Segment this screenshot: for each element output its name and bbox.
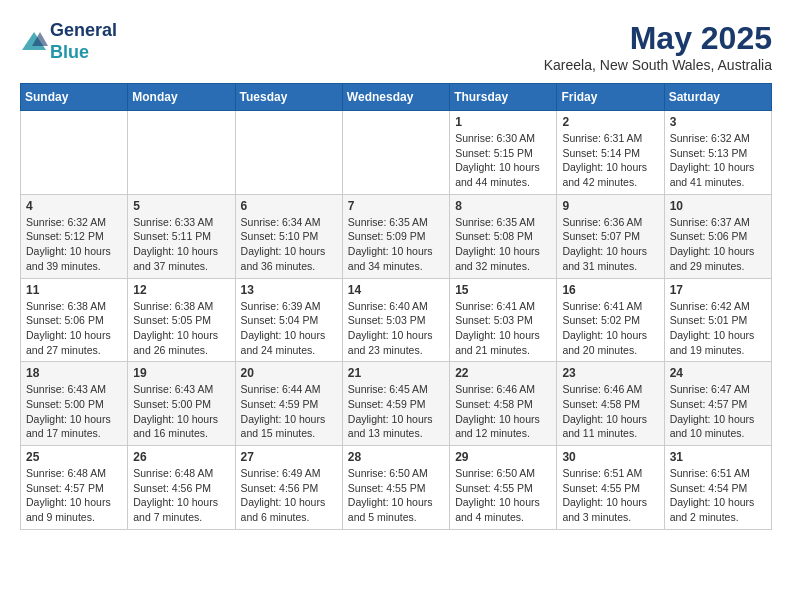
calendar-cell: 12Sunrise: 6:38 AMSunset: 5:05 PMDayligh… <box>128 278 235 362</box>
day-info: Sunrise: 6:30 AMSunset: 5:15 PMDaylight:… <box>455 131 551 190</box>
calendar-cell: 9Sunrise: 6:36 AMSunset: 5:07 PMDaylight… <box>557 194 664 278</box>
calendar-cell: 11Sunrise: 6:38 AMSunset: 5:06 PMDayligh… <box>21 278 128 362</box>
day-number: 16 <box>562 283 658 297</box>
day-info: Sunrise: 6:48 AMSunset: 4:56 PMDaylight:… <box>133 466 229 525</box>
day-number: 8 <box>455 199 551 213</box>
day-number: 20 <box>241 366 337 380</box>
calendar-cell: 4Sunrise: 6:32 AMSunset: 5:12 PMDaylight… <box>21 194 128 278</box>
calendar-cell: 15Sunrise: 6:41 AMSunset: 5:03 PMDayligh… <box>450 278 557 362</box>
day-info: Sunrise: 6:50 AMSunset: 4:55 PMDaylight:… <box>348 466 444 525</box>
calendar-week-2: 4Sunrise: 6:32 AMSunset: 5:12 PMDaylight… <box>21 194 772 278</box>
calendar-cell: 10Sunrise: 6:37 AMSunset: 5:06 PMDayligh… <box>664 194 771 278</box>
calendar-cell: 31Sunrise: 6:51 AMSunset: 4:54 PMDayligh… <box>664 446 771 530</box>
day-info: Sunrise: 6:47 AMSunset: 4:57 PMDaylight:… <box>670 382 766 441</box>
day-number: 26 <box>133 450 229 464</box>
calendar-cell: 27Sunrise: 6:49 AMSunset: 4:56 PMDayligh… <box>235 446 342 530</box>
day-info: Sunrise: 6:45 AMSunset: 4:59 PMDaylight:… <box>348 382 444 441</box>
day-info: Sunrise: 6:49 AMSunset: 4:56 PMDaylight:… <box>241 466 337 525</box>
calendar-cell: 30Sunrise: 6:51 AMSunset: 4:55 PMDayligh… <box>557 446 664 530</box>
calendar-week-1: 1Sunrise: 6:30 AMSunset: 5:15 PMDaylight… <box>21 111 772 195</box>
logo-line1: General <box>50 20 117 42</box>
day-info: Sunrise: 6:32 AMSunset: 5:13 PMDaylight:… <box>670 131 766 190</box>
logo-line2: Blue <box>50 42 117 64</box>
day-number: 11 <box>26 283 122 297</box>
day-number: 27 <box>241 450 337 464</box>
day-info: Sunrise: 6:31 AMSunset: 5:14 PMDaylight:… <box>562 131 658 190</box>
day-number: 19 <box>133 366 229 380</box>
day-number: 13 <box>241 283 337 297</box>
calendar-cell: 25Sunrise: 6:48 AMSunset: 4:57 PMDayligh… <box>21 446 128 530</box>
day-info: Sunrise: 6:43 AMSunset: 5:00 PMDaylight:… <box>26 382 122 441</box>
day-info: Sunrise: 6:35 AMSunset: 5:08 PMDaylight:… <box>455 215 551 274</box>
calendar-cell: 18Sunrise: 6:43 AMSunset: 5:00 PMDayligh… <box>21 362 128 446</box>
day-header-tuesday: Tuesday <box>235 84 342 111</box>
day-number: 7 <box>348 199 444 213</box>
calendar-week-5: 25Sunrise: 6:48 AMSunset: 4:57 PMDayligh… <box>21 446 772 530</box>
day-info: Sunrise: 6:32 AMSunset: 5:12 PMDaylight:… <box>26 215 122 274</box>
day-header-friday: Friday <box>557 84 664 111</box>
calendar-cell: 28Sunrise: 6:50 AMSunset: 4:55 PMDayligh… <box>342 446 449 530</box>
calendar-cell: 5Sunrise: 6:33 AMSunset: 5:11 PMDaylight… <box>128 194 235 278</box>
calendar-cell <box>21 111 128 195</box>
day-info: Sunrise: 6:44 AMSunset: 4:59 PMDaylight:… <box>241 382 337 441</box>
day-info: Sunrise: 6:40 AMSunset: 5:03 PMDaylight:… <box>348 299 444 358</box>
month-title: May 2025 <box>544 20 772 57</box>
calendar-cell: 17Sunrise: 6:42 AMSunset: 5:01 PMDayligh… <box>664 278 771 362</box>
calendar-cell: 1Sunrise: 6:30 AMSunset: 5:15 PMDaylight… <box>450 111 557 195</box>
logo-icon <box>20 28 48 56</box>
calendar-cell: 21Sunrise: 6:45 AMSunset: 4:59 PMDayligh… <box>342 362 449 446</box>
day-number: 15 <box>455 283 551 297</box>
location: Kareela, New South Wales, Australia <box>544 57 772 73</box>
day-number: 24 <box>670 366 766 380</box>
day-info: Sunrise: 6:41 AMSunset: 5:02 PMDaylight:… <box>562 299 658 358</box>
calendar-cell: 29Sunrise: 6:50 AMSunset: 4:55 PMDayligh… <box>450 446 557 530</box>
calendar-cell: 24Sunrise: 6:47 AMSunset: 4:57 PMDayligh… <box>664 362 771 446</box>
day-header-thursday: Thursday <box>450 84 557 111</box>
calendar-week-3: 11Sunrise: 6:38 AMSunset: 5:06 PMDayligh… <box>21 278 772 362</box>
calendar-cell: 6Sunrise: 6:34 AMSunset: 5:10 PMDaylight… <box>235 194 342 278</box>
calendar-cell: 7Sunrise: 6:35 AMSunset: 5:09 PMDaylight… <box>342 194 449 278</box>
day-header-wednesday: Wednesday <box>342 84 449 111</box>
calendar-cell: 19Sunrise: 6:43 AMSunset: 5:00 PMDayligh… <box>128 362 235 446</box>
day-number: 4 <box>26 199 122 213</box>
day-number: 14 <box>348 283 444 297</box>
calendar-week-4: 18Sunrise: 6:43 AMSunset: 5:00 PMDayligh… <box>21 362 772 446</box>
day-info: Sunrise: 6:48 AMSunset: 4:57 PMDaylight:… <box>26 466 122 525</box>
day-number: 6 <box>241 199 337 213</box>
day-number: 2 <box>562 115 658 129</box>
day-info: Sunrise: 6:39 AMSunset: 5:04 PMDaylight:… <box>241 299 337 358</box>
day-info: Sunrise: 6:43 AMSunset: 5:00 PMDaylight:… <box>133 382 229 441</box>
day-number: 23 <box>562 366 658 380</box>
day-number: 28 <box>348 450 444 464</box>
day-info: Sunrise: 6:38 AMSunset: 5:06 PMDaylight:… <box>26 299 122 358</box>
day-number: 17 <box>670 283 766 297</box>
day-header-monday: Monday <box>128 84 235 111</box>
calendar-cell: 14Sunrise: 6:40 AMSunset: 5:03 PMDayligh… <box>342 278 449 362</box>
day-info: Sunrise: 6:41 AMSunset: 5:03 PMDaylight:… <box>455 299 551 358</box>
day-number: 10 <box>670 199 766 213</box>
day-info: Sunrise: 6:34 AMSunset: 5:10 PMDaylight:… <box>241 215 337 274</box>
calendar: SundayMondayTuesdayWednesdayThursdayFrid… <box>20 83 772 530</box>
page-header: General Blue May 2025 Kareela, New South… <box>20 20 772 73</box>
calendar-cell: 2Sunrise: 6:31 AMSunset: 5:14 PMDaylight… <box>557 111 664 195</box>
day-header-saturday: Saturday <box>664 84 771 111</box>
day-number: 25 <box>26 450 122 464</box>
day-info: Sunrise: 6:37 AMSunset: 5:06 PMDaylight:… <box>670 215 766 274</box>
day-info: Sunrise: 6:46 AMSunset: 4:58 PMDaylight:… <box>455 382 551 441</box>
calendar-cell: 8Sunrise: 6:35 AMSunset: 5:08 PMDaylight… <box>450 194 557 278</box>
day-info: Sunrise: 6:36 AMSunset: 5:07 PMDaylight:… <box>562 215 658 274</box>
day-number: 21 <box>348 366 444 380</box>
calendar-header-row: SundayMondayTuesdayWednesdayThursdayFrid… <box>21 84 772 111</box>
day-info: Sunrise: 6:46 AMSunset: 4:58 PMDaylight:… <box>562 382 658 441</box>
day-number: 30 <box>562 450 658 464</box>
day-info: Sunrise: 6:33 AMSunset: 5:11 PMDaylight:… <box>133 215 229 274</box>
title-section: May 2025 Kareela, New South Wales, Austr… <box>544 20 772 73</box>
day-number: 5 <box>133 199 229 213</box>
day-number: 22 <box>455 366 551 380</box>
day-number: 31 <box>670 450 766 464</box>
calendar-cell: 20Sunrise: 6:44 AMSunset: 4:59 PMDayligh… <box>235 362 342 446</box>
day-number: 29 <box>455 450 551 464</box>
day-info: Sunrise: 6:51 AMSunset: 4:55 PMDaylight:… <box>562 466 658 525</box>
calendar-cell: 13Sunrise: 6:39 AMSunset: 5:04 PMDayligh… <box>235 278 342 362</box>
calendar-cell <box>342 111 449 195</box>
